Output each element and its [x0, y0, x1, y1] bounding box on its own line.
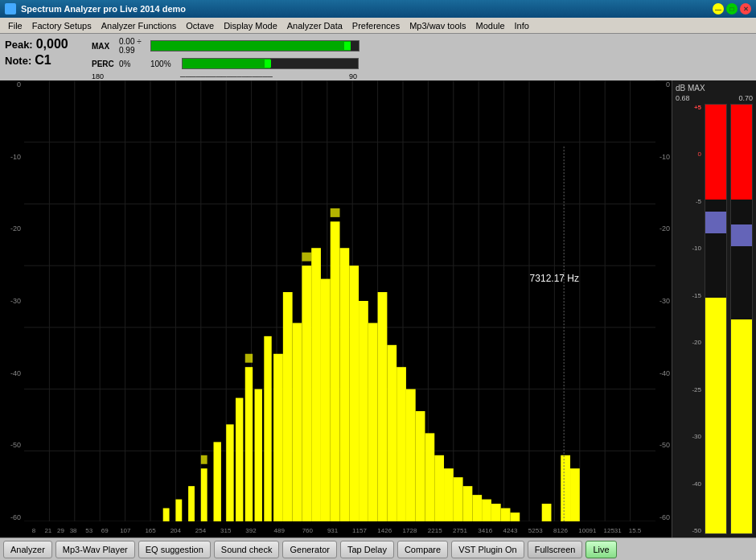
db-max-label: dB MAX: [676, 84, 705, 93]
sound-check-button[interactable]: Sound check: [214, 541, 280, 558]
app-icon: [5, 3, 16, 14]
menu-item-module[interactable]: Module: [470, 19, 509, 32]
vu-peak-left: [705, 212, 726, 233]
svg-rect-59: [434, 455, 444, 521]
svg-text:2215: 2215: [428, 527, 442, 534]
generator-button[interactable]: Generator: [282, 541, 337, 558]
svg-rect-35: [201, 468, 207, 521]
vu-right-channel: [730, 104, 753, 534]
menu-item-file[interactable]: File: [3, 19, 27, 32]
svg-text:38: 38: [70, 527, 77, 534]
svg-rect-46: [311, 248, 321, 521]
y-label-0: 0: [3, 80, 21, 89]
vu-clip-line-left: [705, 199, 726, 200]
minimize-button[interactable]: —: [713, 3, 724, 14]
vu-clip-line-right: [731, 199, 752, 200]
window-controls: — □ ✕: [713, 3, 751, 14]
perc-slider[interactable]: [182, 58, 359, 69]
svg-rect-41: [264, 336, 271, 521]
svg-text:53: 53: [85, 527, 92, 534]
y-axis: 0 -10 -20 -30 -40 -50 -60: [0, 80, 24, 521]
svg-rect-43: [283, 292, 293, 521]
svg-rect-55: [396, 367, 406, 521]
mp3-wav-player-button[interactable]: Mp3-Wav Player: [55, 541, 135, 558]
vu-bar-left: [705, 298, 726, 533]
svg-rect-39: [245, 367, 253, 521]
svg-text:21: 21: [44, 527, 51, 534]
y-label-10: -10: [3, 153, 21, 161]
maximize-button[interactable]: □: [726, 3, 738, 14]
svg-text:15.5: 15.5: [629, 527, 642, 534]
svg-rect-70: [570, 468, 580, 521]
svg-rect-54: [387, 345, 396, 521]
slider-area: MAX 0.00 ÷ 0.99 PERC 0% 100% 180 ───────…: [92, 37, 751, 80]
svg-text:392: 392: [245, 527, 257, 534]
menu-item-analyzer-functions[interactable]: Analyzer Functions: [97, 19, 182, 32]
menu-item-mp3-wav-tools[interactable]: Mp3/wav tools: [405, 19, 470, 32]
peak-note-display: Peak: 0,000 Note: C1: [5, 37, 85, 68]
svg-text:489: 489: [273, 527, 285, 534]
compare-button[interactable]: Compare: [397, 541, 448, 558]
svg-rect-49: [340, 248, 350, 521]
svg-rect-38: [236, 398, 243, 521]
eq-suggestion-button[interactable]: EQ suggestion: [138, 541, 211, 558]
svg-rect-33: [175, 500, 182, 521]
svg-rect-72: [331, 208, 340, 217]
vu-columns: [705, 104, 753, 534]
fullscreen-button[interactable]: Fullscreen: [528, 541, 583, 558]
menu-item-analyzer-data[interactable]: Analyzer Data: [282, 19, 347, 32]
svg-text:3416: 3416: [478, 527, 492, 534]
svg-text:10091: 10091: [578, 527, 597, 534]
svg-rect-64: [482, 500, 491, 521]
svg-rect-37: [226, 424, 233, 521]
perc-value: 0%: [119, 60, 147, 68]
svg-rect-60: [444, 468, 454, 521]
svg-rect-63: [472, 495, 482, 521]
svg-rect-53: [378, 292, 388, 521]
vu-right-val: 0.70: [738, 94, 753, 102]
svg-rect-52: [368, 323, 378, 521]
menu-item-preferences[interactable]: Preferences: [347, 19, 405, 32]
svg-rect-67: [510, 513, 520, 521]
svg-text:12531: 12531: [604, 527, 622, 534]
app-title: Spectrum Analyzer pro Live 2014 demo: [21, 4, 186, 14]
close-button[interactable]: ✕: [740, 3, 751, 14]
main-area: 0 -10 -20 -30 -40 -50 -60 0 -10 -20 -30 …: [0, 80, 756, 537]
tap-delay-button[interactable]: Tap Delay: [340, 541, 394, 558]
svg-text:1157: 1157: [352, 527, 367, 534]
max-slider[interactable]: [150, 40, 360, 51]
svg-text:5253: 5253: [528, 527, 543, 534]
svg-rect-45: [302, 266, 311, 521]
svg-rect-74: [245, 354, 253, 363]
svg-text:760: 760: [302, 527, 314, 534]
svg-rect-58: [425, 433, 434, 521]
peak-value: 0,000: [36, 37, 68, 51]
menu-item-display-mode[interactable]: Display Mode: [219, 19, 282, 32]
vu-meter: dB MAX 0.68 0.70 +5 0 -5 -10 -15 -20 -25…: [672, 80, 756, 537]
svg-text:1728: 1728: [403, 527, 417, 534]
y-axis-right: 0 -10 -20 -30 -40 -50 -60: [655, 80, 672, 521]
bottom-toolbar: AnalyzerMp3-Wav PlayerEQ suggestionSound…: [0, 537, 756, 560]
menu-item-factory-setups[interactable]: Factory Setups: [27, 19, 97, 32]
y-label-50: -50: [3, 441, 21, 449]
svg-rect-48: [331, 221, 340, 521]
svg-rect-50: [349, 266, 359, 521]
svg-rect-57: [416, 411, 425, 521]
svg-rect-65: [491, 504, 501, 521]
menu-item-info[interactable]: Info: [510, 19, 534, 32]
vu-channel-labels: 0.68 0.70: [676, 94, 753, 102]
peak-label: Peak:: [5, 39, 33, 51]
perc-label: PERC: [92, 60, 116, 68]
live-button[interactable]: Live: [585, 541, 616, 558]
max-label: MAX: [92, 42, 116, 51]
vu-peak-right: [731, 224, 752, 246]
vu-scale: +5 0 -5 -10 -15 -20 -25 -30 -40 -50: [676, 104, 701, 534]
svg-rect-69: [561, 455, 570, 521]
analyzer-button[interactable]: Analyzer: [3, 541, 52, 558]
spectrum-container: 0 -10 -20 -30 -40 -50 -60 0 -10 -20 -30 …: [0, 80, 672, 537]
svg-rect-62: [463, 486, 473, 521]
svg-rect-68: [542, 504, 552, 521]
svg-text:8: 8: [32, 527, 36, 534]
menu-item-octave[interactable]: Octave: [181, 19, 219, 32]
vst-plugin-button[interactable]: VST Plugin On: [451, 541, 524, 558]
